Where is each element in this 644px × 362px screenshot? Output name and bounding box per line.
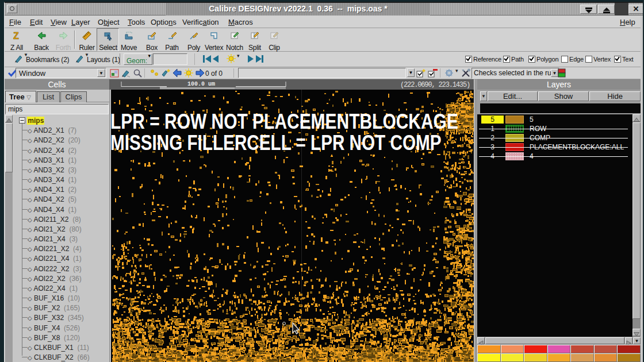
svg-text:Z: Z bbox=[13, 31, 19, 41]
